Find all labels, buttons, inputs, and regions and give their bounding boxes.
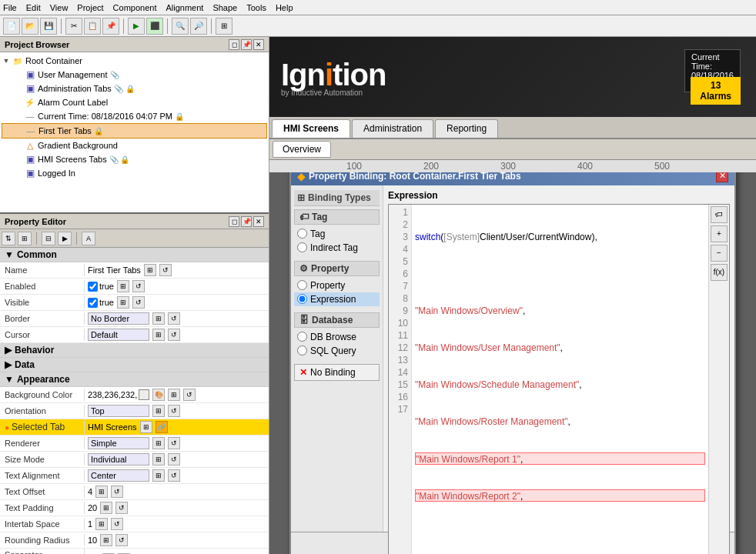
prop-orientation-reset[interactable]: ↺ [168,405,180,417]
toolbar-run[interactable]: ▶ [128,18,145,35]
toolbar-new[interactable]: 📄 [3,18,20,35]
toolbar-cut[interactable]: ✂ [65,18,82,35]
expr-plus-btn[interactable]: + [711,225,728,242]
prop-group-btn[interactable]: ⊞ [18,232,32,245]
menu-alignment[interactable]: Alignment [166,3,203,12]
toolbar-copy[interactable]: 📋 [84,18,101,35]
sub-tab-overview[interactable]: Overview [273,141,331,158]
prop-rounding-edit[interactable]: ⊞ [100,534,112,546]
toolbar-zoom-in[interactable]: 🔍 [172,18,189,35]
tree-item-root[interactable]: ▼ 📁 Root Container [2,54,267,68]
restore-btn[interactable]: ◻ [229,39,239,50]
prop-bg-color-bind[interactable]: ↺ [183,389,196,401]
db-browse-radio[interactable] [297,332,307,342]
prop-border-reset[interactable]: ↺ [168,312,180,325]
tab-administration[interactable]: Administration [352,119,433,138]
tab-hmi-screens[interactable]: HMI Screens [272,119,350,138]
tab-reporting[interactable]: Reporting [435,119,498,138]
prop-renderer-reset[interactable]: ↺ [168,437,180,449]
prop-text-offset-reset[interactable]: ↺ [111,486,123,498]
menu-tools[interactable]: Tools [246,3,266,12]
prop-orientation-dropdown[interactable]: Top [88,405,149,417]
prop-restore-btn[interactable]: ◻ [229,216,239,227]
prop-filter-btn[interactable]: ⊟ [42,232,55,245]
expand-root[interactable]: ▼ [2,56,11,65]
prop-text-align-dropdown[interactable]: Center [88,469,149,482]
prop-expand-btn[interactable]: ▶ [58,232,72,245]
tree-item-first-tier[interactable]: — First Tier Tabs 🔒 [2,123,267,138]
tree-item-user-mgmt[interactable]: ▣ User Management 📎 [2,68,267,82]
toolbar-stop[interactable]: ⬛ [146,18,163,35]
prop-renderer-dropdown[interactable]: Simple [88,437,149,449]
toolbar-zoom-out[interactable]: 🔎 [190,18,207,35]
alarms-button[interactable]: 13 Alarms [691,77,741,105]
prop-selected-tab-binding[interactable]: 🔗 [156,421,168,433]
menu-shape[interactable]: Shape [212,3,237,12]
pin-btn[interactable]: 📌 [241,39,252,50]
data-section[interactable]: ▶ Data [0,358,269,372]
prop-bg-color-reset[interactable]: ⊞ [168,389,180,401]
prop-name-reset[interactable]: ↺ [159,264,172,276]
prop-font-btn[interactable]: A [82,232,95,245]
prop-text-align-reset[interactable]: ↺ [168,469,180,482]
prop-size-mode-edit[interactable]: ⊞ [152,453,165,466]
prop-intertab-reset[interactable]: ↺ [111,518,123,530]
prop-border-dropdown[interactable]: No Border [88,312,149,325]
expr-func-btn[interactable]: f(x) [711,264,728,281]
property-option[interactable]: Property [294,279,380,292]
prop-sort-btn[interactable]: ⇅ [2,232,15,245]
tree-item-gradient[interactable]: △ Gradient Background [2,138,267,152]
menu-edit[interactable]: Edit [26,3,41,12]
expr-tag-btn[interactable]: 🏷 [711,206,728,223]
toolbar-grid[interactable]: ⊞ [216,18,232,35]
tree-item-hmi-screens[interactable]: ▣ HMI Screens Tabs 📎 🔒 [2,152,267,166]
property-radio[interactable] [297,280,307,290]
toolbar-save[interactable]: 💾 [40,18,57,35]
prop-close-btn[interactable]: ✕ [253,216,264,227]
prop-cursor-reset[interactable]: ↺ [168,329,180,341]
prop-text-padding-reset[interactable]: ↺ [115,502,128,514]
menu-component[interactable]: Component [113,3,157,12]
indirect-tag-radio[interactable] [297,242,307,252]
toolbar-paste[interactable]: 📌 [102,18,119,35]
menu-file[interactable]: File [3,3,17,12]
expression-radio[interactable] [297,294,307,304]
tree-item-alarm[interactable]: ⚡ Alarm Count Label [2,95,267,109]
prop-orientation-edit[interactable]: ⊞ [152,405,165,417]
tree-item-logged-in[interactable]: ▣ Logged In [2,166,267,180]
tree-item-current-time[interactable]: — Current Time: 08/18/2016 04:07 PM 🔒 [2,109,267,123]
prop-enabled-checkbox[interactable] [88,282,98,292]
prop-text-padding-edit[interactable]: ⊞ [100,502,112,514]
menu-view[interactable]: View [50,3,69,12]
sql-query-option[interactable]: SQL Query [294,344,380,358]
prop-visible-reset[interactable]: ↺ [132,296,145,309]
db-browse-option[interactable]: DB Browse [294,330,380,344]
prop-text-align-edit[interactable]: ⊞ [152,469,165,482]
expr-minus-btn[interactable]: − [711,245,728,262]
common-section[interactable]: ▼ Common [0,248,269,262]
menu-project[interactable]: Project [77,3,103,12]
prop-size-mode-dropdown[interactable]: Individual [88,453,149,466]
prop-intertab-edit[interactable]: ⊞ [95,518,108,530]
appearance-section[interactable]: ▼ Appearance [0,372,269,387]
prop-border-edit[interactable]: ⊞ [152,312,165,325]
indirect-tag-option[interactable]: Indirect Tag [294,241,380,255]
prop-bg-color-edit[interactable]: 🎨 [152,389,165,401]
behavior-section[interactable]: ▶ Behavior [0,343,269,358]
menu-help[interactable]: Help [276,3,293,12]
expression-option[interactable]: Expression [294,292,380,306]
prop-renderer-edit[interactable]: ⊞ [152,437,165,449]
tree-item-admin-tabs[interactable]: ▣ Administration Tabs 📎 🔒 [2,82,267,95]
prop-text-offset-edit[interactable]: ⊞ [95,486,108,498]
tag-option[interactable]: Tag [294,227,380,241]
prop-selected-tab-edit[interactable]: ⊞ [140,421,152,433]
toolbar-open[interactable]: 📂 [22,18,38,35]
prop-size-mode-reset[interactable]: ↺ [168,453,180,466]
sql-query-radio[interactable] [297,345,307,355]
no-binding-button[interactable]: ✕ No Binding [294,364,380,381]
code-content[interactable]: switch([System]Client/User/CurrentWindow… [412,205,708,555]
prop-name-edit[interactable]: ⊞ [144,264,156,276]
tag-radio[interactable] [297,229,307,239]
close-panel-btn[interactable]: ✕ [253,39,264,50]
dialog-close-button[interactable]: ✕ [716,172,728,182]
